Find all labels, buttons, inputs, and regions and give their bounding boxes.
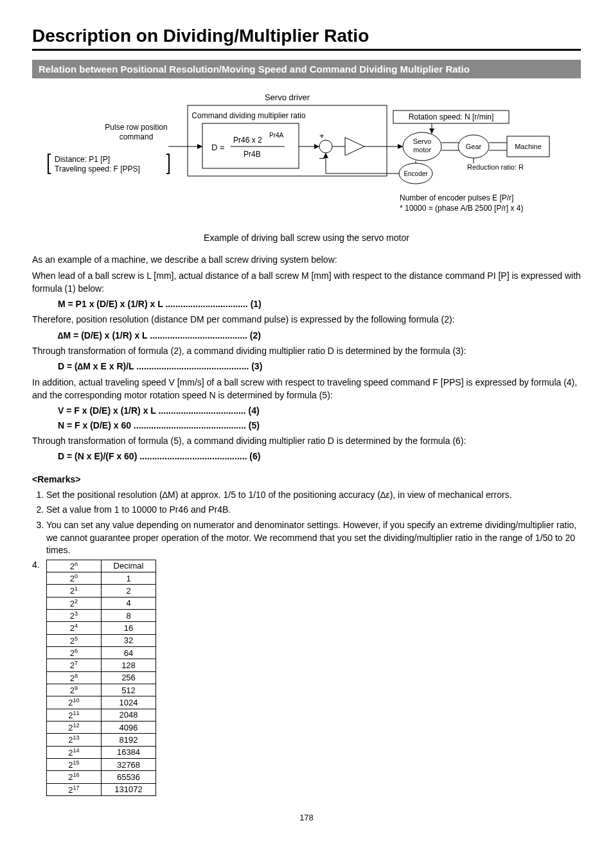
pow-cell-decimal: 256 <box>102 671 156 684</box>
pow-cell-base: 23 <box>47 610 102 622</box>
pow-cell-base: 20 <box>47 572 102 585</box>
d-numerator: Pr46 x 2 <box>233 136 262 145</box>
svg-marker-6 <box>314 144 319 149</box>
pow-cell-decimal: 4096 <box>102 721 156 733</box>
section-heading: Relation between Positional Resolution/M… <box>32 60 581 78</box>
remark-4-number: 4. <box>32 560 46 570</box>
remarks-list: Set the positional resolution (∆M) at ap… <box>32 489 581 557</box>
pow-cell-decimal: 64 <box>102 647 156 659</box>
reduction-label: Reduction ratio: R <box>467 163 524 171</box>
pow-cell-base: 214 <box>47 746 102 758</box>
pow-cell-base: 213 <box>47 734 102 746</box>
para-4: Through transformation of formula (2), a… <box>32 344 581 357</box>
servo-motor-2: motor <box>413 146 431 154</box>
pow-cell-base: 25 <box>47 634 102 646</box>
table-row: 2664 <box>47 647 156 659</box>
page-title: Description on Dividing/Multiplier Ratio <box>32 26 581 51</box>
pow-cell-base: 210 <box>47 696 102 709</box>
pow-cell-base: 24 <box>47 622 102 634</box>
pow-cell-decimal: 2048 <box>102 709 156 721</box>
pow-cell-base: 26 <box>47 647 102 659</box>
pow-header-left: 2n <box>47 560 102 572</box>
label-cmd-ratio: Command dividing multiplier ratio <box>191 111 306 120</box>
svg-marker-9 <box>345 137 364 155</box>
pow-cell-decimal: 128 <box>102 659 156 671</box>
para-1: As an example of a machine, we describe … <box>32 253 581 266</box>
label-rotation: Rotation speed: N [r/min] <box>409 112 494 121</box>
table-row: 2138192 <box>47 734 156 746</box>
pow-cell-decimal: 65536 <box>102 771 156 783</box>
pow-cell-base: 28 <box>47 671 102 684</box>
formula-6: D = (N x E)/(F x 60) ...................… <box>58 450 581 463</box>
block-diagram: Servo driver Command dividing multiplier… <box>43 93 570 227</box>
para-6: Through transformation of formula (5), a… <box>32 434 581 447</box>
pow-cell-decimal: 4 <box>102 597 156 609</box>
encoder-info-2: * 10000 = (phase A/B 2500 [P/r] x 4) <box>400 204 523 213</box>
svg-marker-4 <box>197 144 202 149</box>
svg-marker-14 <box>429 128 434 134</box>
remark-item: You can set any value depending on numer… <box>46 519 581 557</box>
table-row: 2112048 <box>47 709 156 721</box>
table-row: 27128 <box>47 659 156 671</box>
table-row: 2101024 <box>47 696 156 709</box>
svg-marker-11 <box>398 144 403 149</box>
pow-cell-base: 217 <box>47 783 102 795</box>
encoder-label: Encoder <box>404 170 428 177</box>
formula-3: D = (∆M x E x R)/L .....................… <box>58 360 581 373</box>
pow-cell-base: 215 <box>47 758 102 770</box>
table-row: 2124096 <box>47 721 156 733</box>
table-row: 224 <box>47 597 156 609</box>
table-row: 28256 <box>47 671 156 684</box>
table-row: 217131072 <box>47 783 156 795</box>
pow-header-right: Decimal <box>102 560 156 572</box>
formula-4: V = F x (D/E) x (1/R) x L ..............… <box>58 404 581 417</box>
pow-cell-decimal: 8192 <box>102 734 156 746</box>
d-equals: D = <box>211 143 225 152</box>
para-3: Therefore, position resolution (distance… <box>32 313 581 326</box>
table-row: 2416 <box>47 622 156 634</box>
remarks-heading: <Remarks> <box>32 473 581 486</box>
pow-cell-decimal: 16384 <box>102 746 156 758</box>
pow-cell-decimal: 32 <box>102 634 156 646</box>
d-denominator: Pr4B <box>244 150 261 159</box>
para-2: When lead of a ball screw is L [mm], act… <box>32 269 581 296</box>
pow-cell-base: 29 <box>47 684 102 696</box>
para-5: In addition, actual traveling speed V [m… <box>32 376 581 402</box>
pow-cell-decimal: 512 <box>102 684 156 696</box>
formula-5: N = F x (D/E) x 60 .....................… <box>58 419 581 432</box>
pow-cell-decimal: 2 <box>102 585 156 597</box>
plus-symbol: + <box>319 131 324 141</box>
encoder-info-1: Number of encoder pulses E [P/r] <box>400 193 513 202</box>
pow-cell-decimal: 1024 <box>102 696 156 709</box>
svg-point-7 <box>319 140 332 153</box>
d-exponent: Pr4A <box>269 132 284 139</box>
table-row: 21665536 <box>47 771 156 783</box>
pow-cell-decimal: 131072 <box>102 783 156 795</box>
pow-cell-base: 27 <box>47 659 102 671</box>
pow-cell-decimal: 1 <box>102 572 156 585</box>
pow-cell-base: 211 <box>47 709 102 721</box>
pow-cell-base: 22 <box>47 597 102 609</box>
pow-cell-base: 212 <box>47 721 102 733</box>
label-pulse-row-2: command <box>120 132 154 141</box>
page-number: 178 <box>32 813 581 822</box>
table-row: 2532 <box>47 634 156 646</box>
table-row: 21416384 <box>47 746 156 758</box>
table-row: 201 <box>47 572 156 585</box>
gear-label: Gear <box>466 143 482 150</box>
table-row: 29512 <box>47 684 156 696</box>
servo-motor-1: Servo <box>413 137 432 145</box>
pow-cell-decimal: 16 <box>102 622 156 634</box>
bracket-line1: Distance: P1 [P] <box>55 155 110 164</box>
pow-cell-base: 21 <box>47 585 102 597</box>
table-row: 212 <box>47 585 156 597</box>
machine-label: Machine <box>515 143 542 150</box>
bracket-line2: Traveling speed: F [PPS] <box>55 164 140 173</box>
diagram-caption: Example of driving ball screw using the … <box>32 231 581 244</box>
remark-item: Set a value from 1 to 10000 to Pr46 and … <box>46 504 581 517</box>
power-of-two-table: 2n Decimal 20121222423824162532266427128… <box>46 560 156 796</box>
pow-cell-decimal: 32768 <box>102 758 156 770</box>
remark-item: Set the positional resolution (∆M) at ap… <box>46 489 581 502</box>
formula-2: ∆M = (D/E) x (1/R) x L .................… <box>58 329 581 342</box>
table-row: 21532768 <box>47 758 156 770</box>
